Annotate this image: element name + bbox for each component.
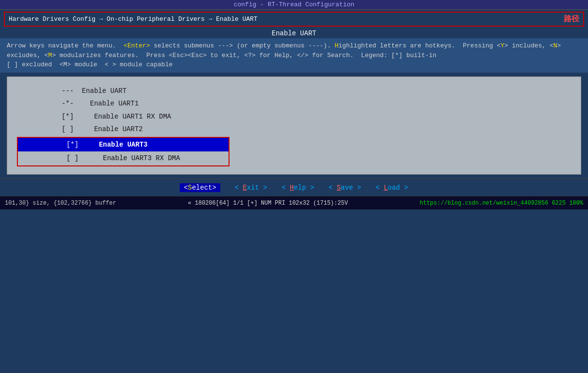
exit-button[interactable]: < Exit > <box>235 184 267 192</box>
status-bar: 101,30} size, {102,32766} buffer « 18020… <box>0 196 588 209</box>
breadcrumb-text: Hardware Drivers Config → On-chip Periph… <box>9 15 554 23</box>
config-row-uart3[interactable]: [*] Enable UART3 <box>18 138 229 152</box>
page-title-text: Enable UART <box>272 30 316 37</box>
config-row-uart3-rx-dma[interactable]: [ ] Enable UART3 RX DMA <box>18 151 229 165</box>
help-line1: Arrow keys navigate the menu. <Enter> se… <box>7 41 581 60</box>
config-row-uart1-rx-dma[interactable]: [*] Enable UART1 RX DMA <box>17 110 571 123</box>
help-button[interactable]: < Help > <box>282 184 314 192</box>
config-row-uart-header[interactable]: --- Enable UART <box>17 85 571 98</box>
button-bar: <Select> < Exit > < Help > < Save > < Lo… <box>0 179 588 196</box>
status-center: « 180206[64] 1/1 [+] NUM PRI 102x32 (171… <box>188 200 348 207</box>
breadcrumb-bar: Hardware Drivers Config → On-chip Periph… <box>4 12 584 27</box>
load-button[interactable]: < Load > <box>375 184 408 192</box>
page-title: Enable UART <box>4 29 584 38</box>
config-panel: --- Enable UART -*- Enable UART1 [*] Ena… <box>7 76 581 175</box>
config-row-uart2[interactable]: [ ] Enable UART2 <box>17 123 571 136</box>
uart3-box: [*] Enable UART3 [ ] Enable UART3 RX DMA <box>17 137 229 166</box>
title-text: config - RT-Thread Configuration <box>234 1 355 8</box>
title-bar: config - RT-Thread Configuration <box>0 0 588 10</box>
config-row-uart1[interactable]: -*- Enable UART1 <box>17 97 571 110</box>
select-button[interactable]: <Select> <box>180 183 220 192</box>
save-button[interactable]: < Save > <box>329 184 361 192</box>
breadcrumb-label: 路径 <box>564 14 579 24</box>
status-right: https://blog.csdn.net/weixin_44092856 62… <box>420 200 583 207</box>
status-left: 101,30} size, {102,32766} buffer <box>5 200 116 207</box>
help-line2: [ ] excluded <M> module < > module capab… <box>7 60 581 70</box>
help-text: Arrow keys navigate the menu. <Enter> se… <box>0 38 588 73</box>
